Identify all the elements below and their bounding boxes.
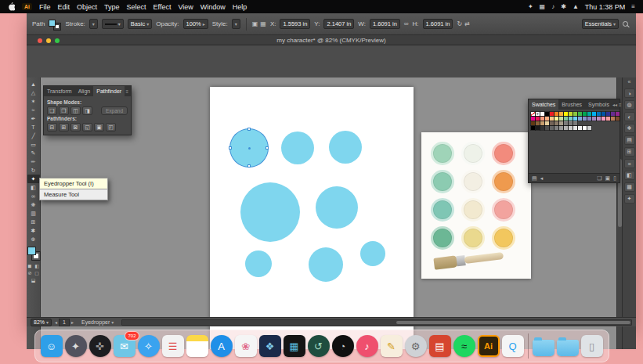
swatch[interactable] — [559, 112, 563, 116]
dock-photos[interactable]: ❀ — [235, 335, 257, 357]
opacity-input[interactable]: 100% — [183, 19, 208, 29]
artwork-circle[interactable] — [360, 241, 385, 266]
line-tool[interactable]: ╱ — [27, 132, 40, 140]
artwork-circle[interactable] — [230, 129, 268, 167]
swatch[interactable] — [578, 126, 582, 130]
panel-menu-icon[interactable]: ≡ — [125, 86, 131, 96]
swatch[interactable] — [564, 126, 568, 130]
swatches-footer-icon-1[interactable]: ◂ — [540, 175, 544, 182]
symbol-sprayer-tool[interactable]: ❋ — [27, 200, 40, 209]
shape-mode-button-3[interactable]: ◨ — [82, 106, 92, 115]
menu-window[interactable]: Window — [200, 3, 226, 11]
menu-effect[interactable]: Effect — [154, 3, 172, 11]
zoom-window-button[interactable] — [55, 38, 60, 43]
swatch[interactable] — [578, 117, 582, 121]
magic-wand-tool[interactable]: ✶ — [27, 97, 40, 106]
swatch[interactable] — [545, 117, 549, 121]
pathfinder-button-3[interactable]: ◱ — [82, 123, 92, 132]
swatch[interactable] — [550, 112, 554, 116]
fill-indicator[interactable] — [27, 247, 36, 255]
illustrator-app-menu-icon[interactable]: Ai — [22, 3, 32, 10]
previous-artboard-icon[interactable] — [55, 319, 57, 325]
brush-select[interactable]: Basic — [128, 19, 152, 29]
swatch-group[interactable] — [564, 121, 568, 125]
swatch[interactable] — [583, 112, 587, 116]
swatch[interactable] — [536, 121, 540, 125]
align-icon-0[interactable]: ▣ — [252, 20, 258, 27]
color-mode-icon[interactable]: ◼ — [27, 262, 33, 268]
rotate-tool[interactable]: ↻ — [27, 166, 40, 175]
anchor-point[interactable] — [229, 146, 232, 150]
document-title-bar[interactable]: my character* @ 82% (CMYK/Preview) — [27, 35, 636, 45]
anchor-point[interactable] — [247, 128, 251, 131]
swatch[interactable] — [540, 121, 544, 125]
fill-swatch[interactable] — [49, 20, 56, 27]
variable-width-select[interactable] — [102, 19, 124, 29]
pencil-tool[interactable]: ✏ — [27, 157, 40, 166]
swatch[interactable] — [550, 121, 554, 125]
dock-mission-control[interactable]: ✜ — [89, 335, 111, 357]
swatch[interactable] — [559, 121, 563, 125]
expand-button[interactable]: Expand — [101, 106, 128, 115]
status-icon-1[interactable]: ▦ — [540, 3, 546, 10]
lasso-tool[interactable]: ≈ — [27, 106, 40, 114]
swatch[interactable] — [536, 112, 540, 116]
swatch[interactable] — [550, 126, 554, 130]
dock-system-preferences[interactable]: ⚙ — [405, 335, 427, 357]
artboards-panel-icon[interactable]: ⊞ — [624, 147, 635, 157]
gradient-tool[interactable]: ◧ — [27, 183, 40, 192]
dock-reminders[interactable]: ☰ — [162, 335, 184, 357]
artwork-circle[interactable] — [329, 131, 362, 164]
minimize-window-button[interactable] — [46, 38, 51, 43]
swatch[interactable] — [592, 112, 596, 116]
zoom-select[interactable]: 82% — [31, 319, 52, 326]
paintbrush-tool[interactable]: ✎ — [27, 149, 40, 157]
type-tool[interactable]: T — [27, 123, 40, 132]
dock-messages[interactable]: ❖ — [259, 335, 281, 357]
menu-view[interactable]: View — [178, 3, 193, 11]
align-icon-1[interactable]: ▦ — [260, 20, 266, 27]
swatches-footer-icon-0[interactable]: ▤ — [532, 175, 537, 182]
status-icon-3[interactable]: ✱ — [561, 3, 566, 10]
swatch[interactable] — [540, 126, 544, 130]
graph-tool[interactable]: ▥ — [27, 209, 40, 218]
dock-finder[interactable]: ☺ — [41, 335, 63, 357]
flyout-item-1[interactable]: Measure Tool — [39, 189, 108, 200]
swatch[interactable] — [583, 126, 587, 130]
swatch[interactable] — [606, 112, 610, 116]
appearance-panel-icon[interactable]: ◐ — [624, 112, 635, 121]
swatch[interactable] — [540, 112, 544, 116]
swatch[interactable] — [545, 121, 549, 125]
swatch[interactable] — [564, 117, 568, 121]
swatch[interactable] — [573, 126, 577, 130]
color-panel-icon[interactable]: ◑ — [624, 88, 635, 98]
dock-quicktime[interactable]: Q — [502, 335, 524, 357]
dock-itunes[interactable]: ♪ — [356, 335, 378, 357]
swatch-group[interactable] — [573, 121, 577, 125]
artwork-circle[interactable] — [309, 247, 343, 282]
hand-tool[interactable]: ✱ — [27, 226, 40, 235]
menu-file[interactable]: File — [39, 3, 51, 11]
tab-pathfinder[interactable]: Pathfinder — [93, 86, 125, 96]
artwork-circle[interactable] — [316, 186, 358, 229]
dock-mail[interactable]: ✉702 — [114, 335, 135, 357]
tab-swatches[interactable]: Swatches — [529, 99, 558, 110]
constrain-proportions-icon[interactable]: ∞ — [404, 20, 409, 27]
blend-tool[interactable]: ∞ — [27, 192, 40, 200]
swatch[interactable] — [554, 126, 558, 130]
swatch[interactable] — [531, 126, 535, 130]
swatch[interactable] — [559, 126, 563, 130]
pathfinder-button-1[interactable]: ⊞ — [59, 123, 69, 132]
pathfinder-button-2[interactable]: ⊠ — [70, 123, 81, 132]
notification-center-icon[interactable]: ≡ — [631, 3, 635, 10]
menu-object[interactable]: Object — [77, 3, 97, 11]
anchor-point[interactable] — [247, 164, 251, 168]
h-input[interactable]: 1.6091 in — [423, 19, 453, 29]
gradient-mode-icon[interactable]: ◧ — [34, 262, 40, 268]
swatch[interactable] — [592, 117, 596, 121]
workspace-switcher[interactable]: Essentials — [582, 19, 619, 29]
none-mode-icon[interactable]: ⊘ — [27, 269, 33, 276]
gradient-panel-icon[interactable]: ◧ — [624, 171, 635, 180]
swatch[interactable] — [578, 112, 582, 116]
anchor-point[interactable] — [266, 146, 269, 150]
